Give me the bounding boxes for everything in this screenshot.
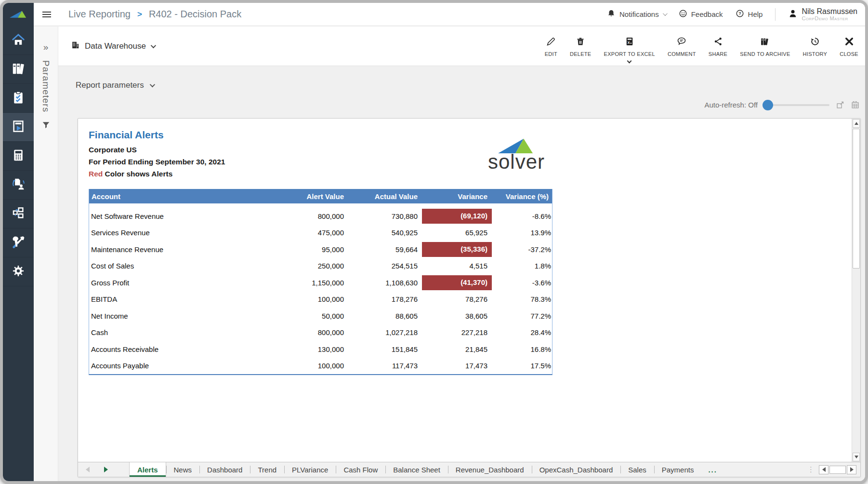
sidebar-item-assignments[interactable] (3, 171, 34, 200)
solver-logo-icon (3, 3, 34, 26)
comment-button[interactable]: COMMENT (668, 37, 696, 57)
cell-actual-value: 1,027,218 (348, 328, 422, 336)
sheet-tab-news[interactable]: News (166, 462, 200, 477)
cell-alert-value: 50,000 (258, 312, 348, 320)
action-label: EDIT (545, 51, 557, 57)
cell-variance-pct: -8.6% (492, 212, 553, 220)
sheet-tab-alerts[interactable]: Alerts (129, 462, 166, 477)
sheet-tab-sales[interactable]: Sales (620, 462, 654, 477)
scroll-down-button[interactable] (853, 453, 860, 461)
tab-scroll-right-button[interactable] (104, 467, 108, 472)
sheet-tabs: Alerts News Dashboard Trend PLVariance C… (129, 462, 724, 477)
history-button[interactable]: HISTORY (803, 37, 828, 57)
cell-variance: (69,120) (422, 208, 492, 225)
chevron-down-icon (627, 58, 632, 63)
table-row: Net Software Revenue 800,000 730,880 (69… (89, 208, 552, 225)
action-label: HISTORY (803, 51, 828, 57)
table-row: Accounts Receivable 130,000 151,845 21,8… (89, 341, 552, 358)
cell-actual-value: 1,108,630 (348, 279, 422, 287)
parameters-panel-label[interactable]: Parameters (40, 60, 51, 112)
sidebar-item-library[interactable] (3, 55, 34, 84)
cell-variance-pct: 16.8% (492, 345, 553, 353)
sheet-tab-balance-sheet[interactable]: Balance Sheet (385, 462, 448, 477)
horizontal-scrollbar: ⋮ (807, 462, 860, 477)
report-parameters-toggle[interactable]: Report parameters (76, 81, 154, 90)
help-button[interactable]: ? Help (736, 9, 763, 19)
sheet-tab-trend[interactable]: Trend (250, 462, 284, 477)
scroll-up-button[interactable] (853, 119, 860, 128)
hscroll-right-button[interactable] (847, 465, 856, 474)
trash-icon (576, 37, 585, 48)
sheet-tab-plvariance[interactable]: PLVariance (284, 462, 336, 477)
sidebar-item-settings[interactable] (3, 257, 34, 286)
cell-actual-value: 254,515 (348, 262, 422, 270)
notifications-button[interactable]: Notifications (607, 9, 666, 19)
auto-refresh-slider[interactable] (764, 104, 829, 106)
user-menu[interactable]: Nils Rasmussen CorpDemo Master (788, 7, 857, 21)
sheet-tab-cash-flow[interactable]: Cash Flow (336, 462, 385, 477)
sheet-tab-opexcash-dashboard[interactable]: OpexCash_Dashboard (532, 462, 621, 477)
vertical-scrollbar[interactable] (852, 119, 860, 462)
datasource-label: Data Warehouse (85, 41, 146, 51)
cell-variance: (35,336) (422, 241, 492, 258)
delete-button[interactable]: DELETE (570, 37, 592, 57)
breadcrumb-section[interactable]: Live Reporting (68, 9, 131, 20)
sidebar-item-administration[interactable] (3, 229, 34, 257)
cell-variance: 17,473 (422, 358, 492, 375)
open-fullscreen-icon[interactable] (836, 101, 844, 109)
table-row: Maintenance Revenue 95,000 59,664 (35,33… (89, 241, 552, 258)
datasource-dropdown[interactable]: Data Warehouse (71, 40, 155, 52)
cell-account: Cash (89, 328, 258, 336)
cell-actual-value: 540,925 (348, 229, 422, 237)
slider-knob[interactable] (763, 100, 773, 110)
svg-text:?: ? (738, 11, 741, 16)
sheet-tab-payments[interactable]: Payments (654, 462, 702, 477)
sheet-tab-revenue-dashboard[interactable]: Revenue_Dashboard (448, 462, 532, 477)
triangle-up-icon (855, 122, 858, 125)
share-button[interactable]: SHARE (709, 37, 727, 57)
report-entity: Corporate US (89, 146, 137, 154)
send-to-archive-button[interactable]: SEND TO ARCHIVE (740, 37, 790, 57)
expand-panel-button[interactable]: » (43, 42, 49, 53)
report-card: Financial Alerts Corporate US For Period… (78, 118, 861, 477)
workflow-icon (11, 206, 26, 222)
filter-funnel-icon[interactable] (42, 121, 50, 131)
auto-refresh-controls: Auto-refresh: Off (704, 101, 859, 109)
sheet-tab-dashboard[interactable]: Dashboard (199, 462, 250, 477)
app-window: Live Reporting > R402 - Decision Pack No… (0, 0, 868, 484)
sidebar-item-planning[interactable] (3, 142, 34, 171)
cell-account: Accounts Payable (89, 362, 258, 370)
sidebar-item-process[interactable] (3, 200, 34, 229)
cell-alert-value: 800,000 (258, 212, 348, 220)
hscroll-thumb[interactable] (829, 466, 846, 474)
cell-variance-pct: 78.3% (492, 295, 553, 303)
export-to-excel-button[interactable]: X EXPORT TO EXCEL (604, 37, 655, 63)
cell-variance-pct: 17.5% (492, 362, 553, 370)
hamburger-menu-icon[interactable] (42, 10, 51, 19)
sidebar-item-tasks[interactable] (3, 84, 34, 113)
feedback-label: Feedback (691, 10, 723, 18)
hscroll-left-button[interactable] (819, 465, 829, 474)
cell-variance: 4,515 (422, 258, 492, 275)
report-toolbar: Data Warehouse EDIT DELETE X EXPORT TO E… (58, 27, 865, 66)
building-icon (71, 40, 80, 52)
document-user-sync-icon (11, 177, 26, 193)
sidebar-item-live-reporting[interactable] (3, 113, 34, 142)
column-header-variance: Variance (422, 192, 492, 201)
sidebar-item-home[interactable] (3, 26, 34, 55)
feedback-button[interactable]: Feedback (679, 9, 723, 19)
tab-scroll-left-button[interactable] (86, 467, 90, 472)
close-button[interactable]: CLOSE (840, 37, 858, 57)
triangle-left-icon (822, 467, 826, 472)
scrollbar-thumb[interactable] (853, 129, 860, 269)
cell-account: Accounts Receivable (89, 345, 258, 353)
cell-variance-pct: -37.2% (492, 245, 553, 254)
report-period: For Period Ending September 30, 2021 (89, 158, 225, 166)
cell-account: Net Software Revenue (89, 212, 258, 220)
edit-button[interactable]: EDIT (545, 37, 557, 57)
cell-alert-value: 475,000 (258, 229, 348, 237)
drag-handle-icon[interactable]: ⋮ (807, 465, 815, 474)
sheet-tabs-overflow-button[interactable]: ... (701, 462, 724, 477)
action-label: SHARE (709, 51, 727, 57)
grid-view-icon[interactable] (851, 101, 859, 109)
